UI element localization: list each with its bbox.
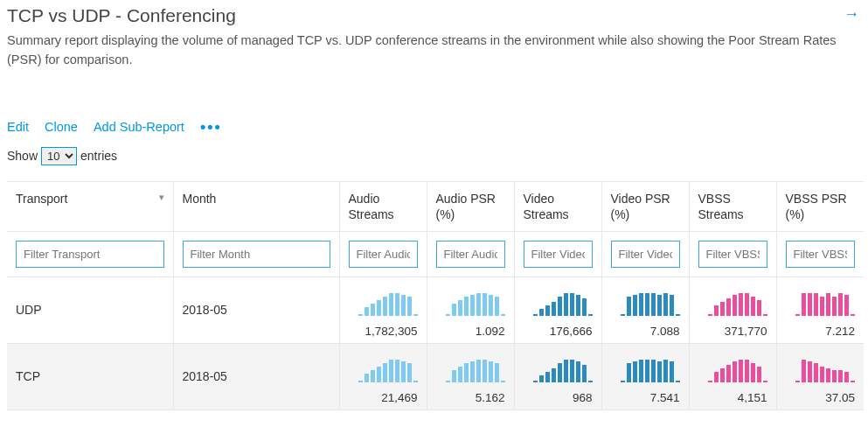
cell-month: 2018-05 xyxy=(173,276,339,343)
cell-audio-psr: 5.162 xyxy=(427,343,514,410)
filter-vbss-psr-input[interactable] xyxy=(786,241,856,268)
col-header-video-psr[interactable]: Video PSR (%) xyxy=(601,181,689,231)
expand-arrow-icon[interactable]: → xyxy=(844,5,861,24)
cell-vbss-psr: 37.05 xyxy=(776,343,864,410)
cell-transport: TCP xyxy=(7,343,173,410)
cell-vbss-streams: 371,770 xyxy=(689,276,776,343)
filter-audio-streams-input[interactable] xyxy=(349,241,418,268)
page-title: TCP vs UDP - Conferencing xyxy=(7,5,837,26)
cell-video-psr: 7.541 xyxy=(601,343,689,410)
cell-video-streams: 176,666 xyxy=(514,276,601,343)
cell-audio-streams: 21,469 xyxy=(339,343,427,410)
page-description: Summary report displaying the volume of … xyxy=(7,32,837,70)
filter-vbss-streams-input[interactable] xyxy=(698,241,767,268)
table-row: TCP 2018-05 21,469 5.162 968 7.541 4,151… xyxy=(7,343,864,410)
filter-month-input[interactable] xyxy=(183,241,330,268)
entries-select[interactable]: 10 xyxy=(41,147,77,165)
cell-video-psr: 7.088 xyxy=(601,276,689,343)
cell-audio-streams: 1,782,305 xyxy=(339,276,427,343)
col-header-audio-psr[interactable]: Audio PSR (%) xyxy=(427,181,514,231)
filter-audio-psr-input[interactable] xyxy=(436,241,505,268)
table-row: UDP 2018-05 1,782,305 1.092 176,666 7.08… xyxy=(7,276,864,343)
col-header-month[interactable]: Month xyxy=(173,181,339,231)
filter-video-psr-input[interactable] xyxy=(611,241,680,268)
filter-video-streams-input[interactable] xyxy=(524,241,593,268)
col-header-vbss-psr[interactable]: VBSS PSR (%) xyxy=(776,181,864,231)
cell-transport: UDP xyxy=(7,276,173,343)
add-sub-report-link[interactable]: Add Sub-Report xyxy=(94,120,184,134)
filter-transport-input[interactable] xyxy=(16,241,164,268)
cell-month: 2018-05 xyxy=(173,343,339,410)
col-header-transport[interactable]: Transport▾ xyxy=(7,181,173,231)
cell-video-streams: 968 xyxy=(514,343,601,410)
col-header-vbss-streams[interactable]: VBSS Streams xyxy=(689,181,776,231)
report-table: Transport▾ Month Audio Streams Audio PSR… xyxy=(7,181,864,410)
show-label-suffix: entries xyxy=(80,149,117,163)
clone-link[interactable]: Clone xyxy=(45,120,78,134)
edit-link[interactable]: Edit xyxy=(7,120,29,134)
cell-audio-psr: 1.092 xyxy=(427,276,514,343)
more-actions-icon[interactable]: ••• xyxy=(200,119,222,135)
col-header-video-streams[interactable]: Video Streams xyxy=(514,181,601,231)
show-label-prefix: Show xyxy=(7,149,38,163)
cell-vbss-streams: 4,151 xyxy=(689,343,776,410)
cell-vbss-psr: 7.212 xyxy=(776,276,864,343)
sort-indicator-icon: ▾ xyxy=(159,191,164,203)
col-header-audio-streams[interactable]: Audio Streams xyxy=(339,181,427,231)
